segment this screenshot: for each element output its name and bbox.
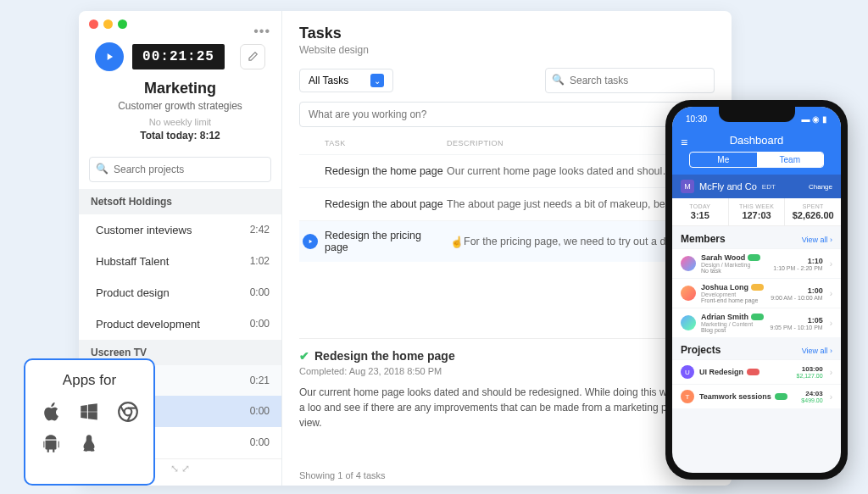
chevron-right-icon: › bbox=[830, 368, 832, 377]
minimize-icon[interactable] bbox=[103, 19, 113, 29]
page-title: Tasks bbox=[299, 25, 715, 42]
current-project-header: Marketing Customer growth strategies No … bbox=[79, 80, 281, 150]
project-item[interactable]: Product design0:00 bbox=[79, 277, 281, 308]
detail-title: ✔ Redesign the home page bbox=[299, 349, 715, 363]
chrome-icon[interactable] bbox=[115, 399, 141, 425]
signal-wifi-battery-icon: ▬ ◉ ▮ bbox=[801, 114, 827, 124]
member-row[interactable]: Joshua Long DevelopmentFront-end home pa… bbox=[672, 278, 841, 308]
search-tasks-input[interactable] bbox=[545, 68, 715, 93]
chevron-right-icon: › bbox=[830, 289, 832, 298]
apps-title: Apps for bbox=[34, 372, 145, 389]
menu-icon[interactable]: ≡ bbox=[681, 136, 687, 149]
project-row[interactable]: U UI Redesign 103:00$2,127.00 › bbox=[672, 359, 841, 384]
status-pill bbox=[748, 254, 760, 261]
close-icon[interactable] bbox=[89, 19, 98, 29]
project-item[interactable]: Hubstaff Talent1:02 bbox=[79, 246, 281, 277]
task-filter-dropdown[interactable]: All Tasks ⌄ bbox=[299, 69, 393, 92]
member-row[interactable]: Sarah Wood Design / MarketingNo task 1:1… bbox=[672, 248, 841, 278]
task-row[interactable]: Redesign the home page Our current home … bbox=[299, 154, 715, 187]
avatar bbox=[681, 315, 696, 330]
project-badge: U bbox=[681, 365, 694, 379]
detail-body: Our current home page looks dated and sh… bbox=[299, 385, 715, 430]
search-projects-input[interactable] bbox=[89, 157, 271, 182]
apple-icon[interactable] bbox=[38, 399, 64, 425]
project-item[interactable]: Product development0:00 bbox=[79, 308, 281, 340]
task-detail: ✔ Redesign the home page Completed: Aug … bbox=[299, 338, 715, 430]
members-heading: Members bbox=[681, 233, 726, 245]
window-controls bbox=[79, 11, 281, 37]
view-all-link[interactable]: View all › bbox=[802, 347, 832, 355]
search-icon: 🔍 bbox=[552, 74, 565, 86]
project-item[interactable]: Customer inteviews2:42 bbox=[79, 214, 281, 246]
task-row[interactable]: Redesign the about page The about page j… bbox=[299, 187, 715, 220]
windows-icon[interactable] bbox=[76, 399, 102, 425]
status-pill bbox=[751, 314, 764, 320]
project-badge: T bbox=[681, 390, 694, 403]
main-panel: Tasks Website design All Tasks ⌄ 🔍 + TAS… bbox=[282, 11, 732, 486]
status-pill bbox=[775, 393, 787, 400]
app-title: Dashboard bbox=[681, 134, 832, 147]
view-all-link[interactable]: View all › bbox=[802, 236, 832, 244]
chevron-right-icon: › bbox=[830, 319, 832, 328]
cursor-icon: ☝ bbox=[450, 236, 464, 248]
page-subtitle: Website design bbox=[299, 44, 715, 56]
stats-row: TODAY3:15 THIS WEEK127:03 SPENT$2,626.00 bbox=[672, 198, 841, 226]
android-icon[interactable] bbox=[38, 431, 64, 457]
projects-heading: Projects bbox=[681, 344, 721, 356]
mobile-device-frame: 10:30 ▬ ◉ ▮ ≡ Dashboard Me Team M McFly … bbox=[665, 100, 848, 480]
mobile-screen: 10:30 ▬ ◉ ▮ ≡ Dashboard Me Team M McFly … bbox=[672, 107, 841, 473]
task-check-icon: ✔ bbox=[299, 349, 309, 363]
project-group-header: Netsoft Holdings bbox=[79, 189, 281, 214]
task-row-selected[interactable]: Redesign the pricing page ☝ For the pric… bbox=[299, 220, 715, 262]
apps-for-card: Apps for bbox=[24, 358, 155, 486]
project-row[interactable]: T Teamwork sessions 24:03$499.00 › bbox=[672, 384, 841, 408]
project-subtitle: Customer growth strategies bbox=[89, 100, 271, 112]
desktop-app-window: ••• 00:21:25 Marketing Customer growth s… bbox=[79, 11, 732, 486]
chevron-right-icon: › bbox=[830, 259, 832, 269]
detail-completed: Completed: Aug 23, 2018 8:50 PM bbox=[299, 366, 715, 376]
avatar bbox=[681, 256, 696, 271]
status-pill bbox=[747, 369, 760, 375]
search-icon: 🔍 bbox=[96, 163, 108, 175]
working-on-input[interactable] bbox=[299, 102, 682, 127]
chevron-down-icon: ⌄ bbox=[370, 74, 384, 87]
avatar bbox=[681, 286, 696, 301]
project-limit: No weekly limit bbox=[89, 117, 271, 127]
project-total: Total today: 8:12 bbox=[89, 130, 271, 142]
change-link[interactable]: Change bbox=[809, 183, 832, 191]
maximize-icon[interactable] bbox=[118, 19, 127, 29]
edit-button[interactable] bbox=[240, 44, 265, 69]
status-pill bbox=[751, 284, 764, 291]
company-badge: M bbox=[681, 180, 694, 193]
play-button[interactable] bbox=[95, 42, 124, 71]
app-header: ≡ Dashboard Me Team bbox=[672, 130, 841, 175]
timer-display: 00:21:25 bbox=[132, 44, 225, 69]
segment-control[interactable]: Me Team bbox=[689, 152, 824, 168]
play-icon[interactable] bbox=[303, 234, 318, 249]
device-notch bbox=[719, 107, 795, 122]
table-footer: Showing 1 of 4 tasks bbox=[299, 470, 386, 480]
project-title: Marketing bbox=[89, 80, 271, 97]
linux-icon[interactable] bbox=[76, 431, 102, 457]
table-header: TASK DESCRIPTION bbox=[299, 127, 715, 154]
chevron-right-icon: › bbox=[830, 392, 832, 402]
company-selector[interactable]: M McFly and Co EDT Change bbox=[672, 175, 841, 198]
member-row[interactable]: Adrian Smith Marketing / ContentBlog pos… bbox=[672, 308, 841, 337]
